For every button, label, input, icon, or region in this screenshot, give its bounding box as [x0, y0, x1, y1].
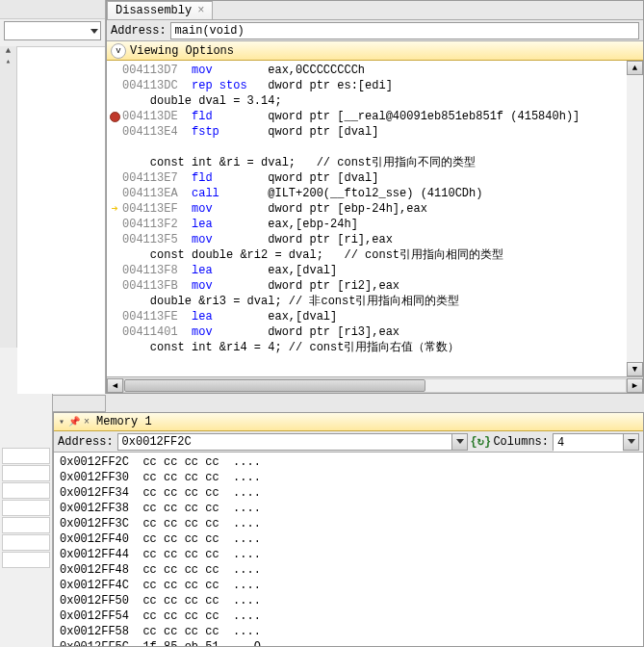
memory-row[interactable]: 0x0012FF5C 1f 85 eb 51 ...Q — [60, 639, 637, 646]
columns-label: Columns: — [493, 435, 549, 449]
asm-line: 004113DE fld qword ptr [__real@40091eb85… — [122, 109, 580, 124]
chevron-down-icon[interactable] — [451, 434, 467, 450]
code-area[interactable]: 004113D7 mov eax,0CCCCCCCCh004113DC rep … — [107, 61, 627, 376]
scroll-down-icon[interactable]: ▼ — [627, 362, 643, 376]
code-line[interactable]: const int &ri = dval; // const引用指向不同的类型 — [107, 155, 627, 170]
asm-line: 004113E7 fld qword ptr [dval] — [122, 170, 378, 186]
code-line[interactable]: ➔004113EF mov dword ptr [ebp-24h],eax — [107, 201, 627, 217]
asm-line: 004113FB mov dword ptr [ri2],eax — [122, 278, 399, 294]
code-line[interactable]: 004113E7 fld qword ptr [dval] — [107, 170, 627, 186]
asm-line: 004113D7 mov eax,0CCCCCCCCh — [122, 63, 365, 78]
vertical-scrollbar[interactable]: ▲ ▼ — [627, 61, 643, 376]
code-line[interactable]: 004113DC rep stos dword ptr es:[edi] — [107, 78, 627, 93]
code-line[interactable] — [107, 140, 627, 155]
asm-line: 004113F8 lea eax,[dval] — [122, 263, 337, 278]
refresh-icon[interactable]: {↻} — [472, 433, 489, 451]
memory-title-bar[interactable]: ▾ 📌 × Memory 1 — [54, 413, 643, 431]
memory-row[interactable]: 0x0012FF3C cc cc cc cc .... — [60, 516, 637, 531]
code-line[interactable]: 004113F5 mov dword ptr [ri],eax — [107, 232, 627, 247]
code-line[interactable]: double &ri3 = dval; // 非const引用指向相同的类型 — [107, 294, 627, 309]
memory-row[interactable]: 0x0012FF58 cc cc cc cc .... — [60, 624, 637, 639]
up-arrow-icon[interactable]: ▲ — [0, 46, 16, 56]
pin-icon[interactable]: 📌 — [68, 416, 80, 427]
sidebar-dropdown[interactable] — [4, 21, 101, 40]
expand-icon[interactable]: v — [111, 43, 126, 59]
source-line: double &ri3 = dval; // 非const引用指向相同的类型 — [122, 294, 459, 309]
left-sidebar: ▲ ▴ — [0, 0, 106, 394]
memory-address-combo[interactable] — [117, 433, 469, 451]
close-icon[interactable]: × — [197, 4, 204, 17]
memory-window: ▾ 📌 × Memory 1 Address: {↻} Columns: 0x0… — [53, 412, 644, 647]
scroll-left-icon[interactable]: ◀ — [107, 378, 123, 393]
sidebar-scroll-strip[interactable]: ▲ ▴ — [0, 46, 17, 348]
asm-line: 004113FE lea eax,[dval] — [122, 309, 337, 324]
list-item[interactable] — [2, 465, 50, 481]
memory-address-input[interactable] — [118, 434, 452, 450]
columns-combo[interactable] — [553, 433, 639, 451]
memory-row[interactable]: 0x0012FF38 cc cc cc cc .... — [60, 501, 637, 516]
list-item[interactable] — [2, 517, 50, 533]
double-up-icon[interactable]: ▴ — [0, 56, 16, 66]
list-item[interactable] — [2, 500, 50, 516]
code-line[interactable]: 004113DE fld qword ptr [__real@40091eb85… — [107, 109, 627, 124]
sidebar-header — [0, 0, 105, 19]
code-line[interactable]: 004113FB mov dword ptr [ri2],eax — [107, 278, 627, 294]
disasm-address-input[interactable] — [170, 22, 639, 39]
list-item[interactable] — [2, 482, 50, 499]
list-item[interactable] — [2, 534, 50, 551]
code-line[interactable]: const int &ri4 = 4; // const引用指向右值（常数） — [107, 340, 627, 355]
source-line — [122, 140, 129, 155]
memory-row[interactable]: 0x0012FF4C cc cc cc cc .... — [60, 578, 637, 593]
code-line[interactable]: double dval = 3.14; — [107, 93, 627, 109]
tab-bar: Disassembly × — [107, 1, 643, 20]
source-line: const int &ri4 = 4; // const引用指向右值（常数） — [122, 340, 459, 355]
code-line[interactable]: 004113F8 lea eax,[dval] — [107, 263, 627, 278]
source-line: double dval = 3.14; — [122, 93, 282, 109]
code-line[interactable]: 004113EA call @ILT+200(__ftol2_sse) (411… — [107, 186, 627, 201]
code-line[interactable]: 004113F2 lea eax,[ebp-24h] — [107, 217, 627, 232]
chevron-down-icon — [90, 29, 98, 34]
list-item[interactable] — [2, 552, 50, 568]
list-item[interactable] — [2, 448, 50, 464]
disassembly-panel: Disassembly × Address: v Viewing Options… — [106, 0, 644, 394]
current-line-arrow-icon: ➔ — [111, 201, 117, 217]
asm-line: 00411401 mov dword ptr [ri3],eax — [122, 324, 399, 340]
memory-row[interactable]: 0x0012FF30 cc cc cc cc .... — [60, 470, 637, 485]
memory-address-label: Address: — [58, 435, 114, 449]
scroll-up-icon[interactable]: ▲ — [627, 61, 643, 75]
viewing-options-bar[interactable]: v Viewing Options — [107, 41, 643, 61]
code-line[interactable]: 004113FE lea eax,[dval] — [107, 309, 627, 324]
tab-label: Disassembly — [116, 4, 192, 17]
scroll-right-icon[interactable]: ▶ — [627, 378, 643, 393]
memory-row[interactable]: 0x0012FF50 cc cc cc cc .... — [60, 593, 637, 608]
asm-line: 004113EA call @ILT+200(__ftol2_sse) (411… — [122, 186, 482, 201]
chevron-down-icon[interactable] — [623, 434, 638, 450]
close-icon[interactable]: × — [81, 416, 92, 427]
memory-row[interactable]: 0x0012FF40 cc cc cc cc .... — [60, 531, 637, 547]
asm-line: 004113E4 fstp qword ptr [dval] — [122, 124, 378, 140]
tab-disassembly[interactable]: Disassembly × — [107, 1, 213, 19]
code-line[interactable]: 004113E4 fstp qword ptr [dval] — [107, 124, 627, 140]
breakpoint-icon[interactable] — [110, 112, 120, 122]
memory-content[interactable]: 0x0012FF2C cc cc cc cc ....0x0012FF30 cc… — [54, 453, 643, 646]
memory-row[interactable]: 0x0012FF48 cc cc cc cc .... — [60, 562, 637, 578]
memory-row[interactable]: 0x0012FF54 cc cc cc cc .... — [60, 608, 637, 624]
left-bottom-pane — [0, 394, 53, 647]
asm-line: 004113EF mov dword ptr [ebp-24h],eax — [122, 201, 427, 217]
disasm-address-bar: Address: — [107, 20, 643, 41]
asm-line: 004113DC rep stos dword ptr es:[edi] — [122, 78, 393, 93]
source-line: const int &ri = dval; // const引用指向不同的类型 — [122, 155, 476, 170]
viewing-options-label: Viewing Options — [130, 44, 234, 58]
code-line[interactable]: 004113D7 mov eax,0CCCCCCCCh — [107, 63, 627, 78]
dropdown-icon[interactable]: ▾ — [56, 416, 67, 427]
horizontal-scrollbar[interactable]: ◀ ▶ — [107, 376, 643, 393]
memory-row[interactable]: 0x0012FF44 cc cc cc cc .... — [60, 547, 637, 562]
code-line[interactable]: 00411401 mov dword ptr [ri3],eax — [107, 324, 627, 340]
source-line: const double &ri2 = dval; // const引用指向相同… — [122, 247, 503, 263]
memory-row[interactable]: 0x0012FF2C cc cc cc cc .... — [60, 454, 637, 470]
code-line[interactable]: const double &ri2 = dval; // const引用指向相同… — [107, 247, 627, 263]
memory-address-bar: Address: {↻} Columns: — [54, 431, 643, 453]
columns-input[interactable] — [554, 434, 623, 452]
scroll-thumb[interactable] — [124, 379, 425, 392]
memory-row[interactable]: 0x0012FF34 cc cc cc cc .... — [60, 485, 637, 501]
